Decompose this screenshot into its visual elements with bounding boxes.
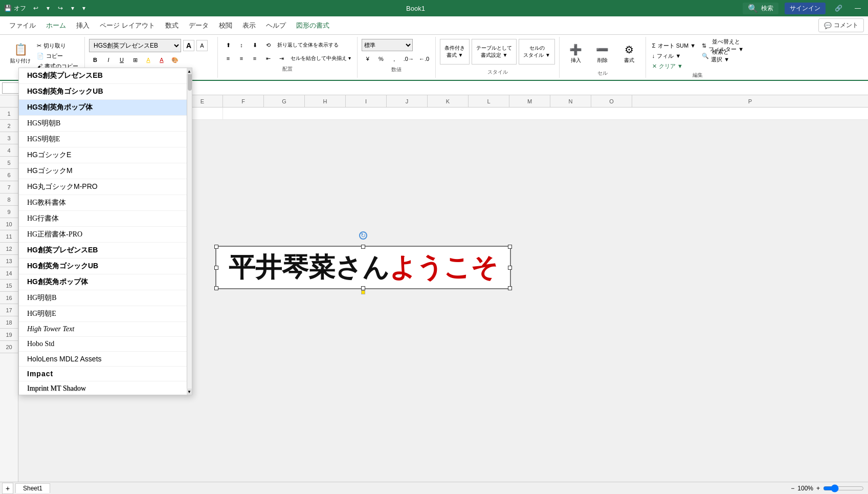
- scroll-up-button[interactable]: ▲: [187, 68, 192, 74]
- font-dropdown-item-8[interactable]: HG教科書体: [19, 195, 192, 211]
- handle-top-left[interactable]: [214, 245, 218, 249]
- menu-review[interactable]: 校閲: [214, 19, 237, 32]
- delete-cells-button[interactable]: ➖ 削除: [590, 39, 615, 69]
- font-size-increase-button[interactable]: A: [183, 40, 194, 51]
- font-dropdown-item-1[interactable]: HGS創英角ゴシックUB: [19, 84, 192, 100]
- border-button[interactable]: ⊞: [129, 54, 141, 66]
- menu-page-layout[interactable]: ページ レイアウト: [95, 19, 160, 32]
- paste-button[interactable]: 📋 貼り付け: [8, 39, 33, 69]
- font-dropdown-item-0[interactable]: HGS創英プレゼンスEB: [19, 68, 192, 84]
- italic-button[interactable]: I: [102, 54, 115, 66]
- align-bottom-button[interactable]: ⬇: [249, 39, 261, 51]
- comma-button[interactable]: ,: [388, 53, 400, 65]
- sheet-tab-1[interactable]: Sheet1: [15, 483, 50, 493]
- signin-button[interactable]: サインイン: [785, 3, 826, 14]
- font-dropdown-item-10[interactable]: HG正楷書体-PRO: [19, 227, 192, 243]
- add-sheet-button[interactable]: +: [2, 483, 13, 494]
- menu-insert[interactable]: 挿入: [71, 19, 95, 32]
- font-dropdown-item-9[interactable]: HG行書体: [19, 211, 192, 227]
- menu-shape-format[interactable]: 図形の書式: [291, 19, 335, 32]
- table-format-button[interactable]: テーブルとして書式設定 ▼: [472, 39, 517, 65]
- fill-color-button[interactable]: A: [142, 54, 154, 66]
- font-dropdown-item-6[interactable]: HGゴシックM: [19, 163, 192, 179]
- align-center-button[interactable]: ≡: [235, 52, 248, 65]
- copy-button[interactable]: 📄 コピー: [35, 51, 80, 60]
- undo-button[interactable]: ↩: [30, 4, 41, 13]
- clear-button[interactable]: ✕ クリア ▼: [650, 61, 698, 71]
- format-cells-button[interactable]: ⚙ 書式: [617, 39, 641, 69]
- align-middle-button[interactable]: ↕: [235, 39, 248, 51]
- font-dropdown-item-5[interactable]: HGゴシックE: [19, 147, 192, 163]
- handle-bottom-right[interactable]: [508, 286, 512, 290]
- autosum-button[interactable]: Σ オート SUM ▼: [650, 41, 698, 50]
- bold-button[interactable]: B: [89, 54, 101, 66]
- redo-dropdown-button[interactable]: ▾: [68, 4, 77, 13]
- minimize-button[interactable]: —: [852, 4, 864, 13]
- dropdown-scrollbar[interactable]: [187, 68, 192, 395]
- font-dropdown-item-14[interactable]: HG明朝B: [19, 290, 192, 306]
- font-dropdown-item-15[interactable]: HG明朝E: [19, 306, 192, 322]
- font-dropdown-item-18[interactable]: HoloLens MDL2 Assets: [19, 352, 192, 367]
- redo-button[interactable]: ↪: [55, 4, 66, 13]
- menu-data[interactable]: データ: [184, 19, 214, 32]
- autosave-toggle[interactable]: 💾 オフ: [4, 4, 26, 13]
- font-size-decrease-button[interactable]: A: [196, 40, 208, 51]
- increase-decimal-button[interactable]: ←.0: [417, 53, 431, 65]
- number-format-select[interactable]: 標準: [362, 39, 413, 51]
- zoom-slider[interactable]: [823, 484, 864, 492]
- font-dropdown-item-19[interactable]: Impact: [19, 367, 192, 381]
- cut-button[interactable]: ✂ 切り取り: [35, 41, 80, 50]
- cell-styles-button[interactable]: セルのスタイル ▼: [519, 39, 555, 65]
- font-dropdown-item-16[interactable]: High Tower Text: [19, 322, 192, 337]
- text-box[interactable]: 平井琴菜さんようこそ: [215, 246, 511, 289]
- decrease-decimal-button[interactable]: .0→: [402, 53, 416, 65]
- zoom-out-button[interactable]: −: [791, 485, 794, 492]
- handle-bottom-center[interactable]: [361, 286, 365, 290]
- font-dropdown-item-17[interactable]: Hobo Std: [19, 337, 192, 352]
- insert-cells-button[interactable]: ➕ 挿入: [564, 39, 588, 69]
- font-dropdown-item-20[interactable]: Imprint MT Shadow: [19, 381, 192, 395]
- handle-bottom-yellow[interactable]: [361, 290, 365, 294]
- paint-bucket-button[interactable]: 🎨: [169, 54, 181, 66]
- font-dropdown-item-7[interactable]: HG丸ゴシックM-PRO: [19, 179, 192, 195]
- menu-view[interactable]: 表示: [237, 19, 261, 32]
- font-dropdown-item-4[interactable]: HGS明朝E: [19, 132, 192, 147]
- scroll-down-button[interactable]: ▼: [187, 389, 192, 395]
- handle-bottom-left[interactable]: [214, 286, 218, 290]
- handle-middle-left[interactable]: [214, 266, 218, 270]
- rotate-handle[interactable]: ↻: [359, 231, 367, 240]
- fill-button[interactable]: ↓ フィル ▼: [650, 51, 698, 60]
- menu-file[interactable]: ファイル: [4, 19, 41, 32]
- handle-top-center[interactable]: [361, 245, 365, 249]
- undo-dropdown-button[interactable]: ▾: [43, 4, 53, 13]
- search-box[interactable]: 🔍 検索: [743, 3, 778, 14]
- font-dropdown-item-12[interactable]: HG創英角ゴシックUB: [19, 259, 192, 274]
- merge-cells-button[interactable]: セルを結合して中央揃え ▾: [288, 52, 353, 65]
- font-dropdown-item-11[interactable]: HG創英プレゼンスEB: [19, 243, 192, 259]
- font-color-button[interactable]: A: [155, 54, 168, 66]
- font-dropdown-item-13[interactable]: HG創英角ポップ体: [19, 274, 192, 290]
- align-right-button[interactable]: ≡: [249, 52, 261, 65]
- conditional-format-button[interactable]: 条件付き書式 ▼: [440, 39, 470, 65]
- menu-help[interactable]: ヘルプ: [261, 19, 291, 32]
- font-dropdown-item-3[interactable]: HGS明朝B: [19, 116, 192, 132]
- zoom-in-button[interactable]: +: [816, 485, 820, 492]
- increase-indent-button[interactable]: ⇥: [275, 52, 287, 65]
- underline-button[interactable]: U: [116, 54, 128, 66]
- percent-button[interactable]: %: [375, 53, 387, 65]
- share-icon-button[interactable]: 🔗: [832, 4, 845, 13]
- handle-middle-right[interactable]: [508, 266, 512, 270]
- font-name-select[interactable]: HGS創英プレゼンスEB: [89, 39, 181, 52]
- currency-button[interactable]: ¥: [362, 53, 374, 65]
- align-left-button[interactable]: ≡: [222, 52, 234, 65]
- find-select-button[interactable]: 🔍 検索と選択 ▼: [700, 51, 746, 60]
- menu-formulas[interactable]: 数式: [160, 19, 184, 32]
- font-dropdown-item-2[interactable]: HGS創英角ポップ体: [19, 100, 192, 116]
- customize-button[interactable]: ▾: [79, 4, 88, 13]
- text-direction-button[interactable]: ⟲: [262, 39, 274, 51]
- handle-top-right[interactable]: [508, 245, 512, 249]
- align-top-button[interactable]: ⬆: [222, 39, 234, 51]
- wrap-text-button[interactable]: 折り返して全体を表示する: [275, 39, 341, 51]
- decrease-indent-button[interactable]: ⇤: [262, 52, 274, 65]
- comment-button[interactable]: 💬 コメント: [818, 18, 864, 32]
